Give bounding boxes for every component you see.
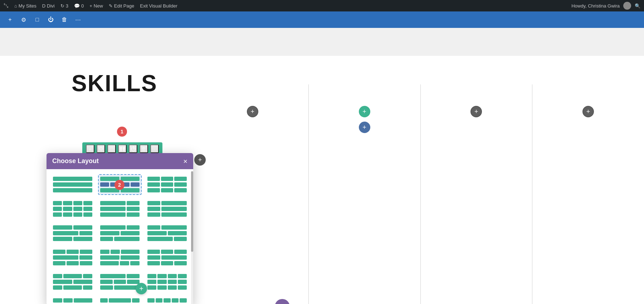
badge-2: 2 <box>114 180 125 190</box>
vb-add-button[interactable]: + <box>5 15 15 25</box>
col-1-add[interactable]: + <box>247 106 258 117</box>
refresh-icon: ↻ <box>60 3 64 9</box>
st-delete-button[interactable]: 🗑 <box>140 144 148 153</box>
layout-5col[interactable] <box>51 247 94 268</box>
vb-more-button[interactable]: ⋯ <box>73 15 83 25</box>
st-settings-button[interactable]: ⚙ <box>97 144 105 153</box>
layout-mix-a[interactable] <box>51 223 94 244</box>
col-3: + <box>421 84 533 304</box>
divi-link[interactable]: D Divi <box>42 3 55 9</box>
edit-page-link[interactable]: ✎ Edit Page <box>109 3 134 9</box>
layout-mix-b[interactable] <box>98 223 142 244</box>
st-more-button[interactable]: ⋯ <box>150 144 159 153</box>
st-save-button[interactable]: ▮▮ <box>118 144 127 153</box>
user-greeting: Howdy, Christina Gwira <box>571 3 620 9</box>
my-sites-link[interactable]: ⌂ My Sites <box>14 3 36 9</box>
exit-vb-link[interactable]: Exit Visual Builder <box>140 3 177 9</box>
col-4: + <box>532 84 644 304</box>
add-row-button[interactable]: + <box>136 283 147 294</box>
vb-layout-button[interactable]: □ <box>32 15 42 25</box>
col-3-add[interactable]: + <box>470 106 482 117</box>
user-avatar <box>623 2 631 10</box>
modal-title: Choose Layout <box>52 157 99 165</box>
layout-8col[interactable] <box>51 271 94 292</box>
st-power-button[interactable]: ⏻ <box>129 144 137 153</box>
job-details: PRODUCT DESIGNER Elegant Themes. 08/2016… <box>218 281 280 304</box>
layout-6col[interactable] <box>98 247 142 268</box>
layout-7col[interactable] <box>145 247 189 268</box>
pencil-icon: ✎ <box>109 3 113 9</box>
add-column-btn[interactable]: + <box>194 154 206 166</box>
admin-bar-right: Howdy, Christina Gwira 🔍 <box>571 2 640 10</box>
col-2-add-teal[interactable]: + <box>359 106 370 117</box>
st-layout-button[interactable]: □ <box>107 144 116 153</box>
job-title: PRODUCT DESIGNER <box>218 303 280 304</box>
column-dividers: + + + + + <box>197 84 644 304</box>
search-icon[interactable]: 🔍 <box>635 3 640 9</box>
choose-layout-modal: Choose Layout × <box>47 153 193 304</box>
house-icon: ⌂ <box>14 3 17 9</box>
layout-2-3col[interactable] <box>98 198 142 219</box>
page-area: SKILLS 1 + ⚙ □ ▮▮ ⏻ 🗑 ⋯ + Choose Layout … <box>0 56 644 304</box>
comment-icon: 💬 <box>74 3 80 9</box>
layout-9col[interactable] <box>98 271 142 292</box>
layout-4col[interactable] <box>51 198 94 219</box>
layout-3-2col[interactable] <box>145 198 189 219</box>
vb-toolbar: + ⚙ □ ⏻ 🗑 ⋯ <box>0 11 644 28</box>
modal-header: Choose Layout × <box>47 153 193 169</box>
vb-settings-button[interactable]: ⚙ <box>19 15 29 25</box>
modal-close-button[interactable]: × <box>183 158 187 165</box>
counter-link[interactable]: ↻ 3 <box>60 3 68 9</box>
vb-power-button[interactable]: ⏻ <box>46 15 56 25</box>
col-4-add[interactable]: + <box>582 106 594 117</box>
layout-mix-c[interactable] <box>145 223 189 244</box>
layout-13col[interactable] <box>145 296 189 304</box>
col-2-add-blue[interactable]: + <box>359 122 370 133</box>
col-2: + + <box>309 84 421 304</box>
layout-12col[interactable] <box>98 296 142 304</box>
comments-link[interactable]: 💬 0 <box>74 3 84 9</box>
divi-icon: D <box>42 3 45 9</box>
layout-3col[interactable] <box>145 174 189 195</box>
col-1: + <box>197 84 309 304</box>
wp-logo[interactable]: ␂ <box>4 2 9 10</box>
layout-10col[interactable] <box>145 271 189 292</box>
admin-bar: ␂ ⌂ My Sites D Divi ↻ 3 💬 0 + New ✎ Edit… <box>0 0 644 11</box>
vb-delete-button[interactable]: 🗑 <box>59 15 69 25</box>
layout-11col[interactable] <box>51 296 94 304</box>
layout-1col[interactable] <box>51 174 94 195</box>
new-link[interactable]: + New <box>89 3 103 9</box>
badge-1: 1 <box>117 127 127 137</box>
plus-icon: + <box>89 3 92 9</box>
st-add-button[interactable]: + <box>86 144 94 153</box>
